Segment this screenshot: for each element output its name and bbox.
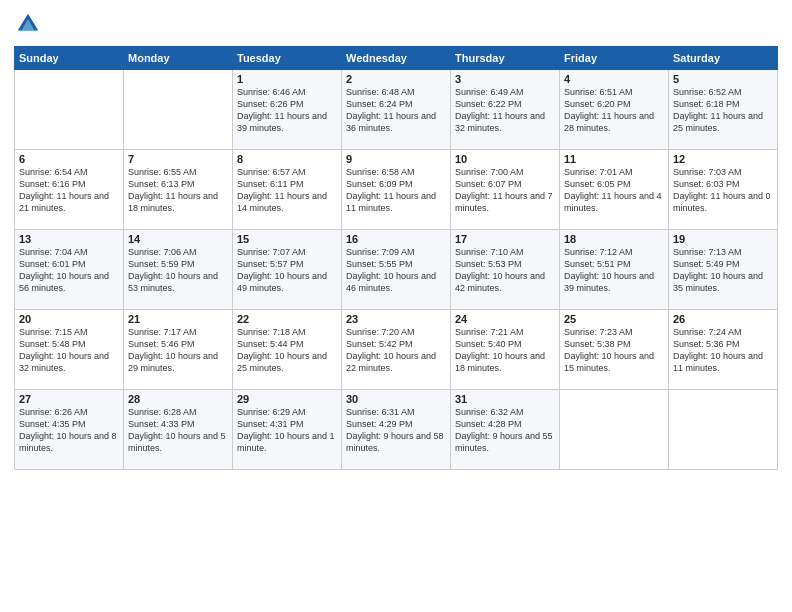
- day-number: 18: [564, 233, 664, 245]
- calendar-cell: 12Sunrise: 7:03 AM Sunset: 6:03 PM Dayli…: [669, 150, 778, 230]
- calendar-cell: 3Sunrise: 6:49 AM Sunset: 6:22 PM Daylig…: [451, 70, 560, 150]
- calendar-cell: 23Sunrise: 7:20 AM Sunset: 5:42 PM Dayli…: [342, 310, 451, 390]
- calendar-cell: 17Sunrise: 7:10 AM Sunset: 5:53 PM Dayli…: [451, 230, 560, 310]
- day-info: Sunrise: 6:29 AM Sunset: 4:31 PM Dayligh…: [237, 406, 337, 455]
- calendar-cell: 20Sunrise: 7:15 AM Sunset: 5:48 PM Dayli…: [15, 310, 124, 390]
- day-number: 11: [564, 153, 664, 165]
- day-info: Sunrise: 7:07 AM Sunset: 5:57 PM Dayligh…: [237, 246, 337, 295]
- calendar-cell: 25Sunrise: 7:23 AM Sunset: 5:38 PM Dayli…: [560, 310, 669, 390]
- day-info: Sunrise: 6:31 AM Sunset: 4:29 PM Dayligh…: [346, 406, 446, 455]
- day-info: Sunrise: 6:51 AM Sunset: 6:20 PM Dayligh…: [564, 86, 664, 135]
- day-number: 13: [19, 233, 119, 245]
- calendar-cell: 16Sunrise: 7:09 AM Sunset: 5:55 PM Dayli…: [342, 230, 451, 310]
- day-number: 2: [346, 73, 446, 85]
- day-number: 22: [237, 313, 337, 325]
- calendar-cell: 28Sunrise: 6:28 AM Sunset: 4:33 PM Dayli…: [124, 390, 233, 470]
- day-number: 24: [455, 313, 555, 325]
- day-number: 7: [128, 153, 228, 165]
- header-day: Friday: [560, 47, 669, 70]
- day-info: Sunrise: 7:04 AM Sunset: 6:01 PM Dayligh…: [19, 246, 119, 295]
- calendar-cell: 19Sunrise: 7:13 AM Sunset: 5:49 PM Dayli…: [669, 230, 778, 310]
- calendar-cell: 30Sunrise: 6:31 AM Sunset: 4:29 PM Dayli…: [342, 390, 451, 470]
- day-info: Sunrise: 6:28 AM Sunset: 4:33 PM Dayligh…: [128, 406, 228, 455]
- calendar-cell: 9Sunrise: 6:58 AM Sunset: 6:09 PM Daylig…: [342, 150, 451, 230]
- calendar-cell: 14Sunrise: 7:06 AM Sunset: 5:59 PM Dayli…: [124, 230, 233, 310]
- day-number: 20: [19, 313, 119, 325]
- day-number: 29: [237, 393, 337, 405]
- day-number: 28: [128, 393, 228, 405]
- calendar-cell: 10Sunrise: 7:00 AM Sunset: 6:07 PM Dayli…: [451, 150, 560, 230]
- calendar-cell: 13Sunrise: 7:04 AM Sunset: 6:01 PM Dayli…: [15, 230, 124, 310]
- calendar-week: 1Sunrise: 6:46 AM Sunset: 6:26 PM Daylig…: [15, 70, 778, 150]
- calendar-cell: 22Sunrise: 7:18 AM Sunset: 5:44 PM Dayli…: [233, 310, 342, 390]
- calendar-header: SundayMondayTuesdayWednesdayThursdayFrid…: [15, 47, 778, 70]
- day-number: 21: [128, 313, 228, 325]
- calendar-cell: 24Sunrise: 7:21 AM Sunset: 5:40 PM Dayli…: [451, 310, 560, 390]
- header-row: SundayMondayTuesdayWednesdayThursdayFrid…: [15, 47, 778, 70]
- calendar-cell: 18Sunrise: 7:12 AM Sunset: 5:51 PM Dayli…: [560, 230, 669, 310]
- day-number: 14: [128, 233, 228, 245]
- calendar-cell: 1Sunrise: 6:46 AM Sunset: 6:26 PM Daylig…: [233, 70, 342, 150]
- header-day: Wednesday: [342, 47, 451, 70]
- day-number: 5: [673, 73, 773, 85]
- calendar-cell: 7Sunrise: 6:55 AM Sunset: 6:13 PM Daylig…: [124, 150, 233, 230]
- day-number: 27: [19, 393, 119, 405]
- day-info: Sunrise: 6:58 AM Sunset: 6:09 PM Dayligh…: [346, 166, 446, 215]
- header-day: Tuesday: [233, 47, 342, 70]
- day-number: 6: [19, 153, 119, 165]
- day-number: 8: [237, 153, 337, 165]
- day-number: 23: [346, 313, 446, 325]
- calendar-cell: [560, 390, 669, 470]
- day-number: 4: [564, 73, 664, 85]
- day-number: 25: [564, 313, 664, 325]
- calendar-cell: 8Sunrise: 6:57 AM Sunset: 6:11 PM Daylig…: [233, 150, 342, 230]
- day-number: 1: [237, 73, 337, 85]
- day-info: Sunrise: 7:21 AM Sunset: 5:40 PM Dayligh…: [455, 326, 555, 375]
- calendar-cell: [124, 70, 233, 150]
- calendar-cell: [15, 70, 124, 150]
- day-info: Sunrise: 6:57 AM Sunset: 6:11 PM Dayligh…: [237, 166, 337, 215]
- header-day: Thursday: [451, 47, 560, 70]
- calendar-cell: 29Sunrise: 6:29 AM Sunset: 4:31 PM Dayli…: [233, 390, 342, 470]
- day-info: Sunrise: 6:55 AM Sunset: 6:13 PM Dayligh…: [128, 166, 228, 215]
- day-number: 3: [455, 73, 555, 85]
- day-info: Sunrise: 6:48 AM Sunset: 6:24 PM Dayligh…: [346, 86, 446, 135]
- day-info: Sunrise: 7:15 AM Sunset: 5:48 PM Dayligh…: [19, 326, 119, 375]
- day-number: 10: [455, 153, 555, 165]
- day-info: Sunrise: 7:18 AM Sunset: 5:44 PM Dayligh…: [237, 326, 337, 375]
- day-info: Sunrise: 6:46 AM Sunset: 6:26 PM Dayligh…: [237, 86, 337, 135]
- day-info: Sunrise: 6:52 AM Sunset: 6:18 PM Dayligh…: [673, 86, 773, 135]
- calendar-week: 6Sunrise: 6:54 AM Sunset: 6:16 PM Daylig…: [15, 150, 778, 230]
- day-info: Sunrise: 7:06 AM Sunset: 5:59 PM Dayligh…: [128, 246, 228, 295]
- logo-icon: [14, 10, 42, 38]
- calendar-cell: 27Sunrise: 6:26 AM Sunset: 4:35 PM Dayli…: [15, 390, 124, 470]
- calendar-cell: 26Sunrise: 7:24 AM Sunset: 5:36 PM Dayli…: [669, 310, 778, 390]
- calendar-cell: 11Sunrise: 7:01 AM Sunset: 6:05 PM Dayli…: [560, 150, 669, 230]
- day-info: Sunrise: 7:17 AM Sunset: 5:46 PM Dayligh…: [128, 326, 228, 375]
- day-number: 30: [346, 393, 446, 405]
- logo: [14, 10, 45, 38]
- calendar-cell: 31Sunrise: 6:32 AM Sunset: 4:28 PM Dayli…: [451, 390, 560, 470]
- calendar-body: 1Sunrise: 6:46 AM Sunset: 6:26 PM Daylig…: [15, 70, 778, 470]
- day-info: Sunrise: 7:00 AM Sunset: 6:07 PM Dayligh…: [455, 166, 555, 215]
- day-info: Sunrise: 7:01 AM Sunset: 6:05 PM Dayligh…: [564, 166, 664, 215]
- calendar-cell: 21Sunrise: 7:17 AM Sunset: 5:46 PM Dayli…: [124, 310, 233, 390]
- header-day: Monday: [124, 47, 233, 70]
- day-number: 19: [673, 233, 773, 245]
- day-info: Sunrise: 6:54 AM Sunset: 6:16 PM Dayligh…: [19, 166, 119, 215]
- calendar-cell: 5Sunrise: 6:52 AM Sunset: 6:18 PM Daylig…: [669, 70, 778, 150]
- day-info: Sunrise: 6:49 AM Sunset: 6:22 PM Dayligh…: [455, 86, 555, 135]
- calendar-cell: 4Sunrise: 6:51 AM Sunset: 6:20 PM Daylig…: [560, 70, 669, 150]
- day-number: 9: [346, 153, 446, 165]
- day-info: Sunrise: 7:13 AM Sunset: 5:49 PM Dayligh…: [673, 246, 773, 295]
- day-info: Sunrise: 7:09 AM Sunset: 5:55 PM Dayligh…: [346, 246, 446, 295]
- day-info: Sunrise: 6:26 AM Sunset: 4:35 PM Dayligh…: [19, 406, 119, 455]
- day-number: 15: [237, 233, 337, 245]
- calendar-cell: 6Sunrise: 6:54 AM Sunset: 6:16 PM Daylig…: [15, 150, 124, 230]
- day-info: Sunrise: 7:10 AM Sunset: 5:53 PM Dayligh…: [455, 246, 555, 295]
- day-info: Sunrise: 7:12 AM Sunset: 5:51 PM Dayligh…: [564, 246, 664, 295]
- calendar: SundayMondayTuesdayWednesdayThursdayFrid…: [14, 46, 778, 470]
- day-number: 16: [346, 233, 446, 245]
- day-number: 12: [673, 153, 773, 165]
- calendar-cell: 15Sunrise: 7:07 AM Sunset: 5:57 PM Dayli…: [233, 230, 342, 310]
